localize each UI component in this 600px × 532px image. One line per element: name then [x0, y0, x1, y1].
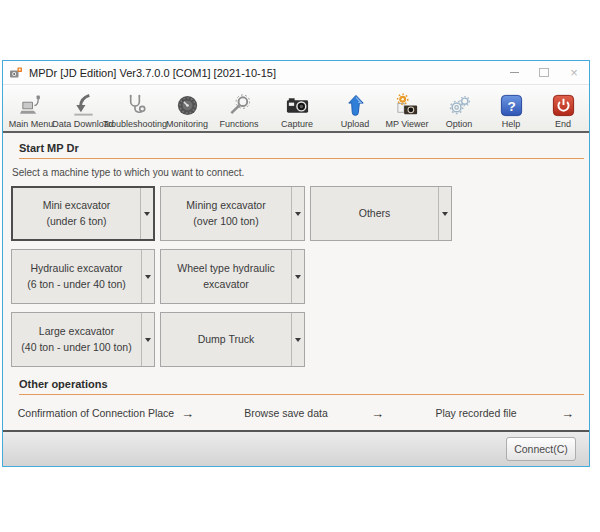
- app-icon[interactable]: [9, 66, 23, 80]
- machine-type-grid: Mini excavator (under 6 ton) Mining exca…: [11, 186, 589, 367]
- toolbar-label: Option: [446, 119, 473, 129]
- label-line: Others: [359, 206, 391, 221]
- chevron-down-icon: [295, 275, 301, 279]
- svg-text:?: ?: [507, 99, 515, 114]
- toolbar-label: Troubleshooting: [103, 119, 167, 129]
- machine-button-large-excavator[interactable]: Large excavator (40 ton - under 100 ton): [11, 312, 155, 367]
- chevron-down-icon: [295, 338, 301, 342]
- machine-button-label: Mini excavator (under 6 ton): [13, 188, 140, 239]
- machine-button-dropdown[interactable]: [291, 313, 304, 366]
- mp-viewer-icon: [395, 93, 420, 118]
- toolbar-mp-viewer[interactable]: MP Viewer: [381, 85, 433, 131]
- close-icon: ×: [570, 66, 578, 79]
- toolbar-help[interactable]: ? Help: [485, 85, 537, 131]
- connect-button[interactable]: Connect(C): [506, 437, 576, 461]
- option-icon: [447, 93, 472, 118]
- machine-button-dropdown[interactable]: [291, 187, 304, 240]
- label-line: Hydraulic excavator: [30, 261, 122, 276]
- titlebar: MPDr [JD Edition] Ver3.7.0.0 [COM1] [202…: [3, 61, 589, 84]
- toolbar-label: Main Menu: [9, 119, 54, 129]
- toolbar-troubleshooting[interactable]: Troubleshooting: [109, 85, 161, 131]
- upload-icon: [343, 93, 368, 118]
- machine-button-others[interactable]: Others: [310, 186, 452, 241]
- chevron-down-icon: [145, 338, 151, 342]
- toolbar: Main Menu Data Download Troubl: [3, 84, 589, 133]
- label-line: Large excavator: [39, 324, 114, 339]
- machine-button-label: Hydraulic excavator (6 ton - under 40 to…: [12, 250, 141, 303]
- toolbar-monitoring[interactable]: Monitoring: [161, 85, 213, 131]
- page-title: Start MP Dr: [19, 142, 589, 154]
- toolbar-data-download[interactable]: Data Download: [57, 85, 109, 131]
- section-divider: [19, 158, 584, 159]
- machine-button-dropdown[interactable]: [438, 187, 451, 240]
- link-confirmation-of-connection-place[interactable]: Confirmation of Connection Place →: [11, 402, 201, 424]
- label-subline: (40 ton - under 100 ton): [21, 340, 131, 355]
- help-icon: ?: [499, 93, 524, 118]
- machine-button-wheel-type-hydraulic-excavator[interactable]: Wheel type hydraulic excavator: [160, 249, 305, 304]
- section-divider: [19, 394, 584, 395]
- troubleshooting-icon: [123, 93, 148, 118]
- data-download-icon: [71, 93, 96, 118]
- toolbar-label: Capture: [281, 119, 313, 129]
- link-label: Browse save data: [201, 407, 371, 419]
- machine-button-label: Others: [311, 187, 438, 240]
- main-menu-icon: [19, 93, 44, 118]
- toolbar-functions[interactable]: Functions: [213, 85, 265, 131]
- functions-icon: [227, 93, 252, 118]
- machine-button-dropdown[interactable]: [140, 188, 153, 239]
- toolbar-label: Upload: [341, 119, 370, 129]
- close-button[interactable]: ×: [559, 62, 589, 83]
- toolbar-label: Monitoring: [166, 119, 208, 129]
- arrow-right-icon: →: [371, 406, 391, 421]
- chevron-down-icon: [144, 212, 150, 216]
- label-line: Dump Truck: [198, 332, 255, 347]
- link-play-recorded-file[interactable]: Play recorded file →: [391, 402, 581, 424]
- other-operations-title: Other operations: [19, 378, 589, 390]
- machine-button-mining-excavator[interactable]: Mining excavator (over 100 ton): [160, 186, 305, 241]
- capture-icon: [285, 93, 310, 118]
- toolbar-label: Help: [502, 119, 521, 129]
- link-browse-save-data[interactable]: Browse save data →: [201, 402, 391, 424]
- toolbar-label: MP Viewer: [385, 119, 428, 129]
- minimize-button[interactable]: [499, 62, 529, 83]
- toolbar-end[interactable]: End: [537, 85, 589, 131]
- bottom-bar: Connect(C): [3, 430, 589, 466]
- arrow-right-icon: →: [181, 406, 201, 421]
- machine-button-label: Wheel type hydraulic excavator: [161, 250, 291, 303]
- label-line: Mining excavator: [186, 198, 265, 213]
- link-label: Confirmation of Connection Place: [11, 407, 181, 419]
- screenshot-canvas: MPDr [JD Edition] Ver3.7.0.0 [COM1] [202…: [0, 0, 600, 532]
- instruction-text: Select a machine type to which you want …: [12, 167, 589, 178]
- chevron-down-icon: [295, 212, 301, 216]
- maximize-button[interactable]: [529, 62, 559, 83]
- end-icon: [551, 93, 576, 118]
- toolbar-option[interactable]: Option: [433, 85, 485, 131]
- label-line: Wheel type hydraulic excavator: [163, 261, 289, 291]
- label-subline: (over 100 ton): [193, 214, 258, 229]
- toolbar-main-menu[interactable]: Main Menu: [5, 85, 57, 131]
- toolbar-label: End: [555, 119, 571, 129]
- other-operations-row: Confirmation of Connection Place → Brows…: [11, 402, 581, 424]
- monitoring-icon: [175, 93, 200, 118]
- label-line: Mini excavator: [43, 198, 111, 213]
- link-label: Play recorded file: [391, 407, 561, 419]
- machine-button-dump-truck[interactable]: Dump Truck: [160, 312, 305, 367]
- chevron-down-icon: [145, 275, 151, 279]
- toolbar-capture[interactable]: Capture: [271, 85, 323, 131]
- toolbar-upload[interactable]: Upload: [329, 85, 381, 131]
- label-subline: (6 ton - under 40 ton): [27, 277, 126, 292]
- chevron-down-icon: [442, 212, 448, 216]
- label-subline: (under 6 ton): [46, 214, 106, 229]
- main-content: Start MP Dr Select a machine type to whi…: [3, 133, 589, 430]
- machine-button-label: Large excavator (40 ton - under 100 ton): [12, 313, 141, 366]
- machine-button-dropdown[interactable]: [141, 250, 154, 303]
- maximize-icon: [539, 68, 549, 77]
- machine-button-mini-excavator[interactable]: Mini excavator (under 6 ton): [11, 186, 155, 241]
- machine-button-dropdown[interactable]: [291, 250, 304, 303]
- arrow-right-icon: →: [561, 406, 581, 421]
- machine-button-label: Dump Truck: [161, 313, 291, 366]
- minimize-icon: [510, 72, 519, 73]
- machine-button-label: Mining excavator (over 100 ton): [161, 187, 291, 240]
- machine-button-hydraulic-excavator[interactable]: Hydraulic excavator (6 ton - under 40 to…: [11, 249, 155, 304]
- machine-button-dropdown[interactable]: [141, 313, 154, 366]
